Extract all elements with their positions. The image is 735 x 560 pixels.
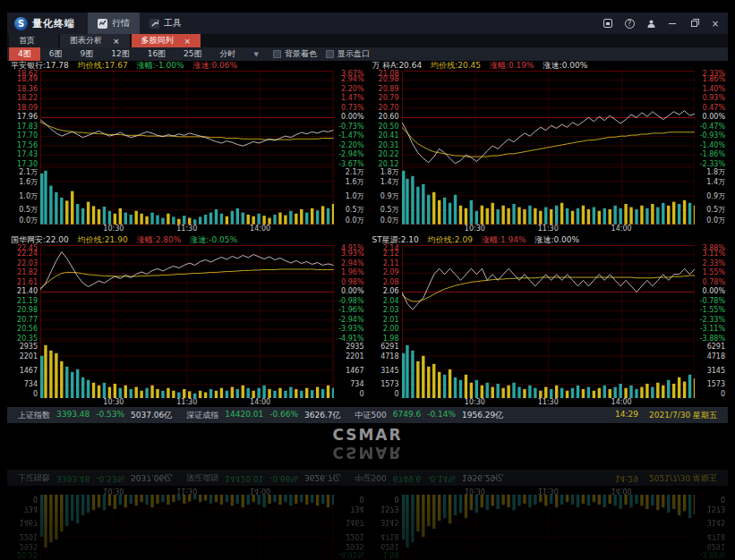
volume-tick: 1.0万 (19, 193, 38, 200)
toolbar: 4图6图9图12图16图25图分时 ▼ 背景着色 显示盘口 (7, 47, 728, 61)
volume-tick: 4718 (707, 532, 725, 539)
view-button-4[interactable]: 16图 (139, 47, 175, 61)
view-button-2[interactable]: 9图 (71, 47, 102, 61)
volume-tick: 0.5万 (380, 207, 399, 214)
price-tick: 17.43 (17, 151, 38, 158)
time-tick: 14:00 (611, 486, 632, 495)
index-quote-2[interactable]: 中证5006749.6-0.14%1956.29亿 (355, 471, 504, 483)
clock-area: 14:29 2021/7/30 星期五 (615, 471, 717, 483)
percent-tick: 3.93% (341, 250, 363, 258)
price-tick: 2.03 (383, 307, 399, 314)
restore-button[interactable] (688, 17, 699, 30)
view-button-6[interactable]: 分时 (211, 47, 245, 61)
help-button[interactable]: ? (624, 17, 635, 30)
price-tick: 17.30 (17, 161, 38, 168)
view-button-0[interactable]: 4图 (9, 47, 40, 61)
percent-tick: -2.94% (338, 317, 363, 324)
intraday-plot[interactable] (402, 495, 696, 560)
price-axis: 2.142.122.112.092.082.062.042.032.012.00… (369, 245, 402, 399)
user-button[interactable] (645, 17, 656, 30)
intraday-plot[interactable] (402, 245, 696, 399)
speed-label: 涨速:-0.05% (190, 235, 237, 245)
grid (40, 495, 334, 560)
time-axis: 10:3011:3014:00 (7, 486, 367, 495)
volume-tick: 0 (721, 391, 725, 398)
volume-tick: 0 (394, 495, 398, 502)
view-button-5[interactable]: 25图 (175, 47, 210, 61)
close-button[interactable]: × (710, 17, 721, 30)
volume-tick: 0 (33, 391, 38, 398)
show-orderbook-checkbox[interactable]: 显示盘口 (326, 48, 370, 60)
view-button-3[interactable]: 12图 (102, 47, 138, 61)
time-tick: 11:30 (176, 486, 197, 495)
minimize-button[interactable] (667, 17, 678, 30)
close-tab-icon[interactable]: × (113, 37, 120, 46)
price-axis: 22.4522.2422.0321.8221.6121.4021.1920.98… (7, 495, 40, 560)
volume-tick: 734 (350, 381, 363, 388)
percent-tick: 1.47% (341, 95, 363, 102)
intraday-plot[interactable] (40, 495, 334, 560)
price-axis: 18.6218.4918.3618.2218.0917.9617.8317.70… (7, 71, 40, 225)
tab-1[interactable]: 图表分析× (60, 34, 130, 47)
view-button-1[interactable]: 6图 (40, 47, 72, 61)
index-quote-1[interactable]: 深证成指14420.01-0.66%3626.7亿 (186, 471, 340, 483)
time-tick: 14:00 (250, 225, 270, 233)
percent-tick: -4.91% (338, 550, 363, 557)
minimize-icon (669, 23, 676, 24)
intraday-plot-svg (402, 495, 696, 560)
percent-tick: 3.11% (703, 250, 725, 258)
price-tick: 20.89 (379, 86, 399, 93)
chart-panel-2: 国华网安:22.00均价线:21.90涨幅:2.80%涨速:-0.05%22.4… (7, 486, 367, 560)
intraday-plot[interactable] (40, 71, 334, 225)
background-color-checkbox[interactable]: 背景着色 (273, 48, 317, 60)
app-logo-icon: S (14, 17, 28, 30)
volume-tick: 0 (721, 495, 725, 502)
intraday-plot[interactable] (40, 245, 334, 399)
intraday-plot-svg (402, 245, 696, 399)
price-tick: 17.83 (17, 123, 38, 131)
menu-item-label: 行情 (112, 17, 130, 30)
percent-tick: 0.00% (703, 288, 725, 295)
wrench-icon (150, 19, 159, 29)
percent-tick: 0.00% (341, 114, 363, 121)
percent-tick: 1.86% (703, 76, 725, 83)
percent-tick: 2.33% (703, 260, 725, 267)
main-menu: 行情 工具 (88, 13, 192, 34)
volume-tick: 1467 (346, 368, 363, 375)
close-tab-icon[interactable]: × (184, 37, 192, 46)
index-quote-1[interactable]: 深证成指14420.01-0.66%3626.7亿 (186, 410, 340, 421)
volume-tick: 2201 (20, 532, 38, 539)
price-tick: 18.09 (17, 105, 38, 112)
price-tick: 20.77 (17, 317, 38, 324)
volume-tick: 1573 (707, 381, 725, 388)
tab-0[interactable]: 首页 (9, 34, 58, 47)
chart-header: 平安银行:17.78均价线:17.67涨幅:-1.00%涨速:0.06% (7, 61, 367, 71)
volume-tick: 1.8万 (706, 169, 725, 176)
menu-item-label: 工具 (164, 17, 182, 30)
intraday-plot[interactable] (402, 71, 696, 225)
app-title: 量化终端 (32, 17, 75, 30)
volume-tick: 2201 (346, 353, 363, 361)
volume-tick: 4718 (380, 532, 398, 539)
index-quote-0[interactable]: 上证指数3393.48-0.53%5037.06亿 (18, 471, 172, 483)
menu-item-market[interactable]: 行情 (88, 13, 140, 34)
index-quote-0[interactable]: 上证指数3393.48-0.53%5037.06亿 (18, 410, 172, 421)
chevron-down-icon[interactable]: ▼ (254, 51, 259, 58)
price-tick: 20.41 (379, 132, 399, 140)
percent-tick: 1.96% (341, 269, 363, 276)
time-tick: 11:30 (538, 398, 559, 407)
menu-item-tools[interactable]: 工具 (140, 13, 192, 34)
percent-axis: 2.33%1.86%1.40%0.93%0.47%0.00%-0.47%-0.9… (695, 71, 728, 225)
volume-tick: 1.0万 (346, 193, 364, 200)
volume-tick: 2.1万 (19, 169, 38, 176)
percent-tick: -3.88% (700, 335, 725, 343)
index-quote-2[interactable]: 中证5006749.6-0.14%1956.29亿 (355, 410, 504, 421)
price-tick: 2.12 (383, 250, 399, 258)
tab-2[interactable]: 多股同列× (132, 34, 201, 47)
current-date: 2021/7/30 星期五 (649, 471, 717, 483)
volume-bars (40, 495, 334, 548)
index-turnover: 3626.7亿 (304, 410, 341, 421)
theme-button[interactable] (603, 17, 613, 30)
volume-tick: 3145 (380, 368, 398, 375)
percent-tick: 2.94% (341, 76, 363, 83)
